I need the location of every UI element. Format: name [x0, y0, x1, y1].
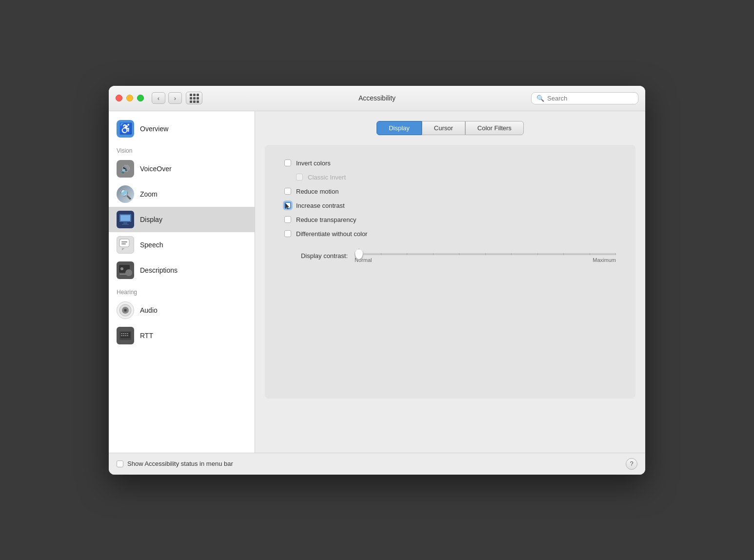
svg-rect-4	[123, 222, 127, 224]
zoom-icon: 🔍	[117, 185, 134, 203]
contrast-section: Display contrast:	[284, 249, 616, 263]
cursor-icon	[284, 203, 289, 210]
svg-text:🔊: 🔊	[120, 164, 130, 174]
classic-invert-checkbox[interactable]	[296, 174, 303, 180]
forward-button[interactable]: ›	[168, 92, 182, 104]
sidebar-item-display[interactable]: Display	[109, 207, 255, 232]
slider-track	[355, 253, 616, 255]
tab-bar: Display Cursor Color Filters	[265, 121, 635, 135]
traffic-lights	[116, 95, 144, 101]
voiceover-icon: 🔊	[117, 160, 134, 178]
svg-point-12	[120, 267, 123, 270]
settings-panel: Invert colors Classic Invert Reduce moti…	[265, 145, 635, 399]
window-title: Accessibility	[358, 94, 396, 102]
sidebar-item-rtt[interactable]: RTT	[109, 323, 255, 348]
search-bar[interactable]: 🔍	[531, 92, 638, 104]
increase-contrast-row: Increase contrast	[284, 202, 616, 209]
sidebar-item-audio[interactable]: Audio	[109, 298, 255, 323]
statusbar: Show Accessibility status in menu bar ?	[109, 453, 645, 475]
contrast-label: Display contrast:	[284, 252, 348, 260]
svg-rect-8	[121, 243, 126, 244]
reduce-motion-checkbox[interactable]	[284, 188, 291, 195]
svg-rect-24	[123, 335, 124, 336]
reduce-motion-row: Reduce motion	[284, 188, 616, 195]
invert-colors-checkbox[interactable]	[284, 160, 291, 166]
differentiate-checkbox[interactable]	[284, 230, 291, 237]
status-left: Show Accessibility status in menu bar	[117, 460, 233, 467]
sidebar-label-rtt: RTT	[140, 332, 153, 340]
slider-label-maximum: Maximum	[593, 257, 616, 263]
svg-rect-19	[121, 333, 122, 334]
tab-display[interactable]: Display	[377, 121, 422, 135]
display-icon	[117, 211, 134, 228]
close-button[interactable]	[116, 95, 122, 101]
svg-rect-22	[127, 333, 128, 334]
reduce-transparency-label: Reduce transparency	[296, 216, 357, 223]
sidebar-label-speech: Speech	[140, 241, 163, 249]
svg-point-10	[125, 269, 132, 276]
differentiate-label: Differentiate without color	[296, 230, 367, 238]
contrast-row: Display contrast:	[284, 249, 616, 263]
sidebar-item-zoom[interactable]: 🔍 Zoom	[109, 181, 255, 207]
classic-invert-label: Classic Invert	[308, 174, 346, 181]
sidebar-item-descriptions[interactable]: Descriptions	[109, 258, 255, 283]
status-checkbox[interactable]	[117, 460, 123, 467]
svg-rect-11	[119, 274, 126, 275]
svg-rect-3	[120, 215, 130, 221]
vision-section-label: Vision	[109, 141, 255, 156]
content-area: ♿ Overview Vision 🔊 VoiceOver 🔍	[109, 111, 645, 453]
svg-rect-26	[127, 335, 128, 336]
svg-rect-21	[125, 333, 126, 334]
increase-contrast-label: Increase contrast	[296, 202, 345, 209]
differentiate-row: Differentiate without color	[284, 230, 616, 238]
increase-contrast-checkbox[interactable]	[284, 202, 291, 209]
descriptions-icon	[117, 261, 134, 279]
svg-rect-23	[121, 335, 122, 336]
maximize-button[interactable]	[137, 95, 144, 101]
sidebar-label-display: Display	[140, 216, 162, 223]
search-icon: 🔍	[536, 95, 544, 102]
invert-colors-label: Invert colors	[296, 160, 331, 167]
svg-rect-25	[125, 335, 126, 336]
svg-point-16	[125, 310, 126, 311]
sidebar-label-audio: Audio	[140, 306, 158, 314]
overview-icon: ♿	[117, 120, 134, 138]
tab-color-filters[interactable]: Color Filters	[465, 121, 524, 135]
sidebar-label-descriptions: Descriptions	[140, 266, 178, 274]
hearing-section-label: Hearing	[109, 283, 255, 298]
help-button[interactable]: ?	[626, 458, 637, 470]
sidebar-item-overview[interactable]: ♿ Overview	[109, 116, 255, 141]
status-label: Show Accessibility status in menu bar	[127, 460, 233, 467]
main-content: Display Cursor Color Filters Invert colo…	[255, 111, 645, 453]
svg-rect-5	[122, 224, 129, 225]
svg-rect-7	[121, 241, 127, 242]
audio-icon	[117, 301, 134, 319]
slider-labels: Normal Maximum	[355, 257, 616, 263]
rtt-icon	[117, 327, 134, 344]
speech-icon	[117, 236, 134, 254]
grid-view-button[interactable]	[186, 92, 202, 104]
svg-marker-27	[285, 203, 289, 209]
minimize-button[interactable]	[126, 95, 133, 101]
grid-icon	[190, 94, 199, 103]
sidebar-item-speech[interactable]: Speech	[109, 232, 255, 258]
sidebar-label-overview: Overview	[140, 125, 168, 133]
sidebar-label-voiceover: VoiceOver	[140, 165, 172, 173]
main-window: ‹ › Accessibility 🔍 ♿ Overview Vision	[109, 86, 645, 475]
contrast-slider-container: Normal Maximum	[355, 249, 616, 263]
reduce-transparency-checkbox[interactable]	[284, 216, 291, 223]
sidebar: ♿ Overview Vision 🔊 VoiceOver 🔍	[109, 111, 255, 453]
tab-cursor[interactable]: Cursor	[422, 121, 465, 135]
nav-buttons: ‹ ›	[152, 92, 182, 104]
reduce-motion-label: Reduce motion	[296, 188, 338, 195]
slider-ticks	[355, 253, 616, 255]
sidebar-label-zoom: Zoom	[140, 190, 158, 198]
svg-rect-6	[119, 239, 129, 247]
reduce-transparency-row: Reduce transparency	[284, 216, 616, 223]
sidebar-item-voiceover[interactable]: 🔊 VoiceOver	[109, 156, 255, 181]
invert-colors-row: Invert colors	[284, 160, 616, 167]
classic-invert-row: Classic Invert	[296, 174, 616, 181]
back-button[interactable]: ‹	[152, 92, 165, 104]
search-input[interactable]	[547, 95, 633, 102]
titlebar: ‹ › Accessibility 🔍	[109, 86, 645, 111]
